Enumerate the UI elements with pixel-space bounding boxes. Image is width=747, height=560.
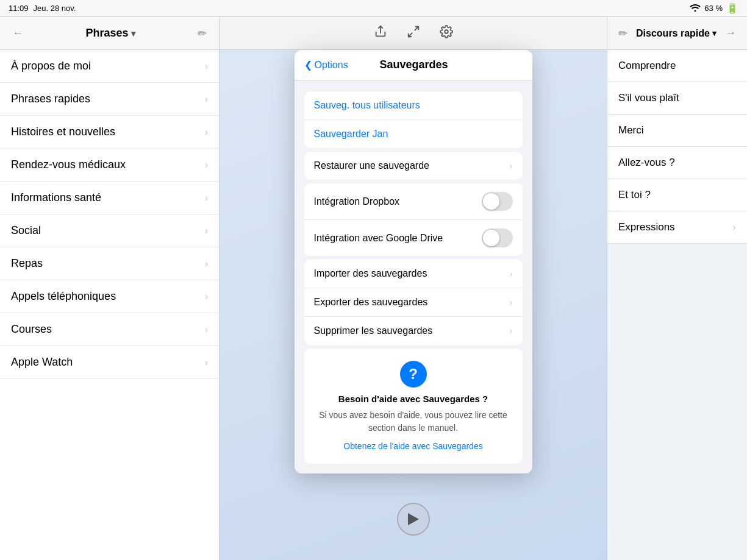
help-link[interactable]: Obtenez de l'aide avec Sauvegardes — [343, 441, 482, 451]
status-left: 11:09 Jeu. 28 nov. — [9, 4, 76, 13]
popup-restore-row[interactable]: Restaurer une sauvegarde › — [304, 152, 523, 180]
right-item-label-1: S'il vous plaît — [618, 92, 679, 104]
popup-googledrive-label: Intégration avec Google Drive — [314, 233, 443, 244]
right-sidebar: ✏ Discours rapide ▾ → ComprendreS'il vou… — [607, 17, 747, 560]
help-body: Si vous avez besoin d'aide, vous pouvez … — [314, 409, 513, 434]
sidebar-item-chevron-4: › — [205, 193, 208, 204]
sidebar-item-4[interactable]: Informations santé › — [0, 182, 219, 214]
popup-back-button[interactable]: ❮ Options — [304, 59, 348, 71]
sidebar-item-chevron-6: › — [205, 258, 208, 269]
popup-dropbox-label: Intégration Dropbox — [314, 196, 400, 207]
right-item-2[interactable]: Merci — [607, 115, 747, 147]
main-layout: ← Phrases ▾ ✏ À propos de moi › Phrases … — [0, 17, 747, 560]
sidebar-list: À propos de moi › Phrases rapides › Hist… — [0, 50, 219, 560]
expressions-label: Expressions — [618, 221, 675, 233]
sidebar-item-chevron-9: › — [205, 357, 208, 368]
dropbox-toggle[interactable] — [482, 192, 513, 211]
popup-save-jan-row[interactable]: Sauvegarder Jan — [304, 120, 523, 148]
sidebar-item-chevron-3: › — [205, 160, 208, 171]
popup-googledrive-row[interactable]: Intégration avec Google Drive — [304, 220, 523, 256]
right-item-4[interactable]: Et toi ? — [607, 179, 747, 211]
sidebar-item-label-3: Rendez-vous médicaux — [11, 158, 126, 171]
sidebar-item-6[interactable]: Repas › — [0, 247, 219, 280]
sidebar-title: Phrases ▾ — [85, 27, 135, 40]
popup-import-row[interactable]: Importer des sauvegardes › — [304, 260, 523, 288]
popup-help-section: ? Besoin d'aide avec Sauvegardes ? Si vo… — [304, 349, 523, 464]
sidebar: ← Phrases ▾ ✏ À propos de moi › Phrases … — [0, 17, 220, 560]
sidebar-item-9[interactable]: Apple Watch › — [0, 346, 219, 379]
toggle-thumb — [483, 193, 499, 210]
popup-overlay: ❮ Options Sauvegardes Sauveg. tous utili… — [220, 17, 607, 560]
right-item-3[interactable]: Allez-vous ? — [607, 147, 747, 179]
status-bar: 11:09 Jeu. 28 nov. 63 % 🔋 — [0, 0, 747, 17]
sidebar-item-label-6: Repas — [11, 257, 43, 270]
sidebar-item-label-9: Apple Watch — [11, 356, 73, 369]
right-item-expressions[interactable]: Expressions › — [607, 211, 747, 244]
delete-chevron-icon: › — [510, 326, 513, 336]
sidebar-item-label-5: Social — [11, 224, 41, 237]
right-item-label-2: Merci — [618, 124, 644, 136]
sidebar-item-2[interactable]: Histoires et nouvelles › — [0, 116, 219, 149]
googledrive-toggle[interactable] — [482, 229, 513, 247]
restore-chevron-icon: › — [510, 161, 513, 171]
wifi-icon — [690, 3, 701, 13]
right-item-0[interactable]: Comprendre — [607, 50, 747, 82]
center-area: ❮ Options Sauvegardes Sauveg. tous utili… — [220, 17, 607, 560]
export-chevron-icon: › — [510, 297, 513, 307]
sidebar-item-chevron-2: › — [205, 127, 208, 138]
right-item-1[interactable]: S'il vous plaît — [607, 82, 747, 115]
popup-panel: ❮ Options Sauvegardes Sauveg. tous utili… — [295, 50, 532, 473]
right-toolbar: ✏ Discours rapide ▾ → — [607, 17, 747, 50]
sidebar-item-chevron-0: › — [205, 61, 208, 72]
import-chevron-icon: › — [510, 269, 513, 278]
sidebar-item-0[interactable]: À propos de moi › — [0, 50, 219, 83]
status-time: 11:09 — [9, 4, 29, 13]
edit-button[interactable]: ✏ — [195, 24, 209, 43]
status-right: 63 % 🔋 — [690, 2, 738, 14]
battery-icon: 🔋 — [726, 2, 738, 14]
popup-dropbox-row[interactable]: Intégration Dropbox — [304, 183, 523, 220]
popup-save-section: Sauveg. tous utilisateurs Sauvegarder Ja… — [295, 91, 532, 464]
sidebar-item-1[interactable]: Phrases rapides › — [0, 83, 219, 116]
popup-save-all-row[interactable]: Sauveg. tous utilisateurs — [304, 91, 523, 120]
popup-delete-label: Supprimer les sauvegardes — [314, 325, 433, 336]
sidebar-item-7[interactable]: Appels téléphoniques › — [0, 280, 219, 313]
popup-title: Sauvegardes — [353, 58, 475, 71]
popup-save-group: Sauveg. tous utilisateurs Sauvegarder Ja… — [304, 91, 523, 148]
sidebar-item-label-1: Phrases rapides — [11, 93, 90, 105]
sidebar-item-chevron-8: › — [205, 324, 208, 335]
right-toolbar-title: Discours rapide ▾ — [636, 28, 717, 39]
popup-export-label: Exporter des sauvegardes — [314, 297, 428, 308]
sidebar-item-label-0: À propos de moi — [11, 60, 91, 73]
dropdown-icon: ▾ — [131, 29, 135, 38]
back-button[interactable]: ← — [10, 24, 26, 42]
popup-header: ❮ Options Sauvegardes — [295, 50, 532, 80]
popup-export-row[interactable]: Exporter des sauvegardes › — [304, 288, 523, 317]
popup-save-all-label: Sauveg. tous utilisateurs — [314, 100, 420, 111]
right-list: ComprendreS'il vous plaîtMerciAllez-vous… — [607, 50, 747, 560]
sidebar-item-label-7: Appels téléphoniques — [11, 290, 116, 303]
right-forward-button[interactable]: → — [723, 24, 738, 42]
popup-import-label: Importer des sauvegardes — [314, 268, 427, 279]
sidebar-item-label-4: Informations santé — [11, 191, 101, 204]
right-dropdown-icon: ▾ — [712, 29, 717, 38]
sidebar-item-8[interactable]: Courses › — [0, 313, 219, 346]
help-title: Besoin d'aide avec Sauvegardes ? — [314, 394, 513, 404]
sidebar-item-chevron-5: › — [205, 225, 208, 236]
sidebar-item-chevron-7: › — [205, 291, 208, 302]
sidebar-item-chevron-1: › — [205, 94, 208, 105]
toggle-thumb-2 — [483, 230, 499, 246]
sidebar-header: ← Phrases ▾ ✏ — [0, 17, 219, 50]
popup-integrations-group: Intégration Dropbox Intégration avec Goo… — [304, 183, 523, 256]
sidebar-item-5[interactable]: Social › — [0, 214, 219, 247]
right-edit-button[interactable]: ✏ — [616, 24, 630, 43]
battery-level: 63 % — [704, 4, 723, 13]
popup-restore-label: Restaurer une sauvegarde — [314, 160, 429, 171]
sidebar-item-label-2: Histoires et nouvelles — [11, 126, 115, 138]
sidebar-item-label-8: Courses — [11, 323, 52, 336]
popup-delete-row[interactable]: Supprimer les sauvegardes › — [304, 317, 523, 345]
popup-restore-group: Restaurer une sauvegarde › — [304, 152, 523, 180]
expressions-chevron-icon: › — [732, 221, 736, 233]
help-icon: ? — [400, 361, 427, 388]
sidebar-item-3[interactable]: Rendez-vous médicaux › — [0, 149, 219, 182]
